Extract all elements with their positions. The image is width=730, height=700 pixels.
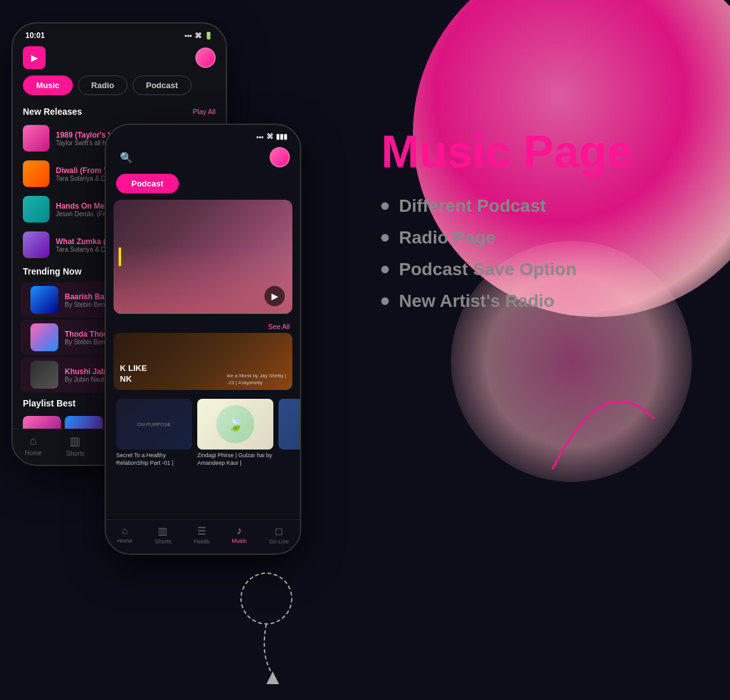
see-all-link[interactable]: See All <box>268 323 290 330</box>
new-releases-title: New Releases <box>23 107 82 117</box>
signal-icon-2: ▪▪▪ <box>256 133 264 141</box>
tab-podcast[interactable]: Podcast <box>133 75 192 95</box>
p2-golive-label: Go Live <box>269 538 289 545</box>
song-thumb-4 <box>23 231 49 258</box>
right-content-panel: Music Page Different Podcast Radio Page … <box>381 127 711 311</box>
feature-item-3: Podcast Save Option <box>381 259 711 280</box>
svg-marker-1 <box>266 671 279 684</box>
featured-podcast-meta: ike a Monk by Jay Shetty | -23 | #Jayshe… <box>227 373 286 386</box>
trending-title: Trending Now <box>23 266 82 276</box>
p2-home-label: Home <box>117 538 133 544</box>
feature-label-2: Radio Page <box>399 228 495 248</box>
pink-curve-decoration <box>540 355 667 482</box>
home-icon-1: ⌂ <box>30 434 37 448</box>
svg-point-0 <box>241 573 292 624</box>
bottom-nav-2: ⌂ Home ▥ Shorts ☰ Feeds ♪ Music ◻ Go Liv… <box>106 519 300 554</box>
trending-thumb-2 <box>30 323 58 351</box>
wifi-icon: ⌘ <box>195 32 202 40</box>
p2-nav-shorts[interactable]: ▥ Shorts <box>155 525 171 545</box>
feature-label-1: Different Podcast <box>399 196 546 216</box>
feature-item-1: Different Podcast <box>381 196 711 216</box>
podcast-card-thumb-3 <box>278 399 300 450</box>
p2-shorts-label: Shorts <box>155 538 171 545</box>
status-icons-2: ▪▪▪ ⌘ ▮▮▮ <box>256 133 287 141</box>
p2-nav-music[interactable]: ♪ Music <box>232 525 247 545</box>
p2-nav-home[interactable]: ⌂ Home <box>117 525 133 545</box>
play-button-overlay[interactable]: ▶ <box>264 286 285 306</box>
song-thumb-3 <box>23 196 49 223</box>
bullet-2 <box>381 234 389 242</box>
podcast-card-thumb-2: 🍃 <box>197 399 273 450</box>
tab-buttons: Music Radio Podcast <box>13 75 226 103</box>
wifi-icon-2: ⌘ <box>266 133 273 141</box>
app-header-1: ▶ <box>13 44 226 75</box>
podcast-hero-image: ▶ <box>114 200 292 314</box>
playlist-title: Playlist Best <box>23 398 75 408</box>
trending-thumb-1 <box>30 286 58 314</box>
featured-podcast-text: K LIKE NK <box>120 363 147 385</box>
podcast-card-2[interactable]: 🍃 Zindagi Phirse | Gulzar hai by Amandee… <box>197 399 273 467</box>
podcast-section-header: See All <box>106 320 300 333</box>
trending-thumb-3 <box>30 361 58 389</box>
phone-podcast: ▪▪▪ ⌘ ▮▮▮ 🔍 Podcast ▶ See All K LIKE NK … <box>105 124 301 555</box>
feature-item-2: Radio Page <box>381 228 711 248</box>
p2-shorts-icon: ▥ <box>158 525 167 537</box>
notch-1 <box>81 23 157 41</box>
shorts-icon-1: ▥ <box>70 434 81 448</box>
app-logo: ▶ <box>23 46 46 69</box>
p2-home-icon: ⌂ <box>122 525 128 536</box>
bullet-3 <box>381 266 389 273</box>
nav-shorts-1[interactable]: ▥ Shorts <box>66 434 84 457</box>
phone2-header: 🔍 <box>106 145 300 174</box>
podcast-hero[interactable]: ▶ <box>114 200 292 314</box>
feature-label-4: New Artist's Radio <box>399 291 554 311</box>
podcast-card-title-1: Secret To a Healthy RelationShip Part -0… <box>116 452 192 467</box>
yellow-marker <box>119 247 121 266</box>
tab-radio[interactable]: Radio <box>78 75 127 95</box>
dashed-arrow <box>209 567 336 694</box>
time-display-1: 10:01 <box>25 31 45 40</box>
song-thumb-2 <box>23 160 49 187</box>
p2-music-label: Music <box>232 538 247 544</box>
battery-icon-2: ▮▮▮ <box>276 133 287 141</box>
page-main-title: Music Page <box>381 127 711 177</box>
p2-golive-icon: ◻ <box>275 525 283 537</box>
user-avatar-2[interactable] <box>270 147 290 167</box>
feature-label-3: Podcast Save Option <box>399 259 577 280</box>
nav-home-1[interactable]: ⌂ Home <box>25 434 42 457</box>
tab-music[interactable]: Music <box>23 75 73 95</box>
signal-icon: ▪▪▪ <box>185 32 192 39</box>
notch-2 <box>168 125 238 141</box>
song-thumb-1 <box>23 125 49 152</box>
p2-nav-feeds[interactable]: ☰ Feeds <box>193 525 209 545</box>
podcast-card-3[interactable] <box>278 399 300 467</box>
podcast-card-1[interactable]: ON PURPOSE Secret To a Healthy RelationS… <box>116 399 192 467</box>
status-icons-1: ▪▪▪ ⌘ 🔋 <box>185 32 213 40</box>
bullet-4 <box>381 297 389 305</box>
p2-nav-golive[interactable]: ◻ Go Live <box>269 525 289 545</box>
p2-feeds-icon: ☰ <box>197 525 206 537</box>
p2-feeds-label: Feeds <box>193 538 209 545</box>
podcast-card-thumb-1: ON PURPOSE <box>116 399 192 450</box>
feature-list: Different Podcast Radio Page Podcast Sav… <box>381 196 711 311</box>
p2-music-icon: ♪ <box>237 525 242 536</box>
podcast-card-title-2: Zindagi Phirse | Gulzar hai by Amandeep … <box>197 452 273 467</box>
podcast-grid: ON PURPOSE Secret To a Healthy RelationS… <box>106 395 300 470</box>
new-releases-link[interactable]: Play All <box>193 108 216 115</box>
new-releases-header: New Releases Play All <box>13 103 226 120</box>
search-button[interactable]: 🔍 <box>116 147 136 167</box>
featured-podcast-card[interactable]: K LIKE NK ike a Monk by Jay Shetty | -23… <box>114 333 292 390</box>
hero-overlay <box>114 245 292 314</box>
nav-shorts-label-1: Shorts <box>66 450 84 457</box>
user-avatar-1[interactable] <box>195 48 216 68</box>
nav-home-label-1: Home <box>25 450 42 457</box>
feature-item-4: New Artist's Radio <box>381 291 711 311</box>
podcast-active-btn[interactable]: Podcast <box>116 174 179 193</box>
battery-icon: 🔋 <box>204 32 213 40</box>
bullet-1 <box>381 202 389 210</box>
